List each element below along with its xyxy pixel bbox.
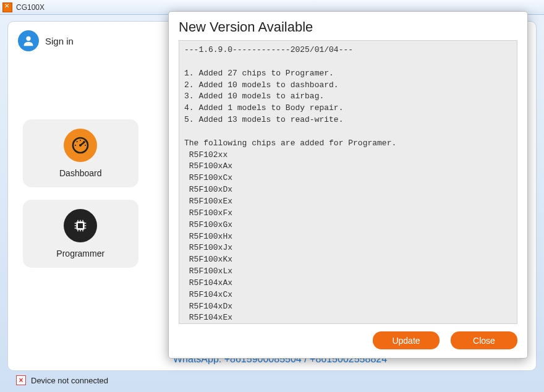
svg-rect-14 xyxy=(78,223,83,228)
dashboard-icon xyxy=(64,129,97,162)
disconnected-icon xyxy=(16,375,26,385)
update-modal: New Version Available ---1.6.9.0--------… xyxy=(168,11,528,359)
programmer-icon xyxy=(64,209,97,242)
svg-point-3 xyxy=(79,144,82,147)
close-button[interactable]: Close xyxy=(451,331,517,349)
app-icon xyxy=(2,2,12,12)
tile-programmer[interactable]: Programmer xyxy=(23,200,138,268)
svg-point-6 xyxy=(80,140,81,141)
svg-point-8 xyxy=(83,141,85,142)
changelog-text[interactable]: ---1.6.9.0------------2025/01/04--- 1. A… xyxy=(179,40,517,324)
tile-dashboard[interactable]: Dashboard xyxy=(23,119,138,187)
avatar-icon[interactable] xyxy=(18,30,39,51)
tile-label: Dashboard xyxy=(59,168,102,178)
tile-label: Programmer xyxy=(56,249,104,258)
app-title: CG100X xyxy=(16,3,45,12)
svg-point-5 xyxy=(85,145,86,146)
svg-point-0 xyxy=(26,36,30,41)
modal-button-row: Update Close xyxy=(179,331,517,349)
sign-in-link[interactable]: Sign in xyxy=(45,36,74,46)
svg-point-7 xyxy=(77,141,78,142)
modal-title: New Version Available xyxy=(179,19,517,35)
svg-point-4 xyxy=(75,145,76,146)
status-text: Device not connected xyxy=(31,376,108,385)
update-button[interactable]: Update xyxy=(373,331,440,349)
status-bar: Device not connected xyxy=(7,371,537,390)
main-window: CG100X Sign in Dashboard xyxy=(0,0,544,392)
